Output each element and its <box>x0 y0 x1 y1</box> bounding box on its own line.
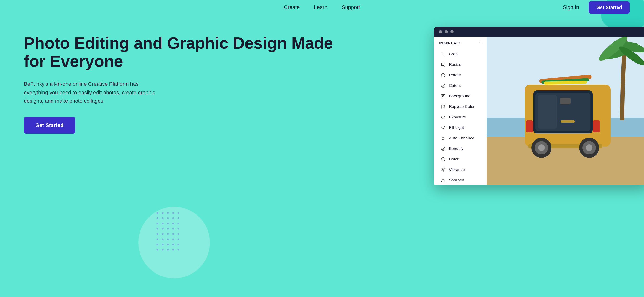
rotate-icon <box>441 73 446 78</box>
nav-links: Create Learn Support <box>284 4 360 11</box>
svg-marker-46 <box>442 137 445 140</box>
svg-point-76 <box>586 144 592 151</box>
crop-icon <box>441 52 446 57</box>
sidebar-item-label: Fill Light <box>449 125 464 130</box>
sidebar-section-title: ESSENTIALS <box>439 42 461 45</box>
sidebar-item-label: Color <box>449 157 459 162</box>
circle-decoration <box>138 207 210 278</box>
sidebar-item-cutout[interactable]: Cutout <box>434 81 486 91</box>
chevron-up-icon: ⌃ <box>479 41 482 46</box>
replace-color-icon <box>441 104 446 109</box>
sidebar-item-rotate[interactable]: Rotate <box>434 70 486 81</box>
sidebar-section-header: ESSENTIALS ⌃ <box>434 37 486 49</box>
sidebar-item-replace-color[interactable]: Replace Color <box>434 102 486 112</box>
sidebar-item-beautify[interactable]: Beautify <box>434 143 486 154</box>
sidebar-item-label: Background <box>449 94 470 99</box>
svg-rect-69 <box>593 120 600 132</box>
cutout-icon <box>441 83 446 88</box>
navigation: Create Learn Support Sign In Get Started <box>0 0 644 15</box>
editor-mockup: ESSENTIALS ⌃ CropResizeRotateCutoutBackg… <box>434 27 644 185</box>
editor-photo <box>486 37 644 185</box>
sidebar-item-label: Cutout <box>449 83 461 88</box>
sidebar-item-sharpen[interactable]: Sharpen <box>434 175 486 185</box>
sidebar-item-label: Auto Enhance <box>449 136 474 141</box>
sidebar-item-resize[interactable]: Resize <box>434 60 486 70</box>
sign-in-button[interactable]: Sign In <box>563 4 579 11</box>
auto-enhance-icon <box>441 136 446 141</box>
svg-point-48 <box>442 148 444 150</box>
window-dot-1 <box>439 30 442 34</box>
hero-get-started-button[interactable]: Get Started <box>24 117 75 134</box>
hero-description: BeFunky's all-in-one online Creative Pla… <box>24 80 162 105</box>
sidebar-item-auto-enhance[interactable]: Auto Enhance <box>434 133 486 143</box>
sidebar-item-crop[interactable]: Crop <box>434 49 486 60</box>
fill-light-icon <box>441 125 446 130</box>
sidebar-item-vibrance[interactable]: Vibrance <box>434 164 486 175</box>
sidebar-item-label: Vibrance <box>449 167 465 172</box>
editor-sidebar: ESSENTIALS ⌃ CropResizeRotateCutoutBackg… <box>434 37 486 185</box>
svg-marker-51 <box>442 179 445 182</box>
svg-point-73 <box>538 144 545 151</box>
svg-rect-66 <box>538 95 557 129</box>
svg-point-49 <box>443 149 444 149</box>
sidebar-item-exposure[interactable]: Exposure <box>434 112 486 122</box>
svg-point-45 <box>442 127 444 129</box>
nav-right: Sign In Get Started <box>563 2 630 14</box>
beautify-icon <box>441 146 446 151</box>
editor-titlebar <box>434 27 644 37</box>
sidebar-item-label: Sharpen <box>449 178 464 183</box>
exposure-icon <box>441 115 446 120</box>
editor-window: ESSENTIALS ⌃ CropResizeRotateCutoutBackg… <box>434 27 644 185</box>
sidebar-item-fill-light[interactable]: Fill Light <box>434 122 486 133</box>
sidebar-item-label: Replace Color <box>449 104 475 109</box>
svg-rect-77 <box>560 98 570 104</box>
svg-rect-67 <box>560 120 575 123</box>
window-dot-3 <box>450 30 454 34</box>
sidebar-item-background[interactable]: Background <box>434 91 486 102</box>
nav-support[interactable]: Support <box>342 4 360 11</box>
nav-create[interactable]: Create <box>284 4 300 11</box>
sidebar-item-label: Crop <box>449 52 458 57</box>
sidebar-item-label: Beautify <box>449 146 464 151</box>
color-icon <box>441 157 446 162</box>
hero-title: Photo Editing and Graphic Design Made fo… <box>24 34 354 70</box>
nav-get-started-button[interactable]: Get Started <box>589 2 630 14</box>
svg-point-42 <box>442 96 444 97</box>
sharpen-icon <box>441 178 446 183</box>
editor-body: ESSENTIALS ⌃ CropResizeRotateCutoutBackg… <box>434 37 644 185</box>
sidebar-item-color[interactable]: Color <box>434 154 486 164</box>
svg-point-47 <box>442 147 445 151</box>
hero-section: Photo Editing and Graphic Design Made fo… <box>0 15 644 293</box>
svg-rect-40 <box>442 63 444 66</box>
svg-rect-41 <box>442 95 445 98</box>
vibrance-icon <box>441 167 446 172</box>
sidebar-item-label: Rotate <box>449 73 461 78</box>
svg-rect-68 <box>526 120 533 132</box>
background-icon <box>441 94 446 99</box>
sidebar-tools-list: CropResizeRotateCutoutBackgroundReplace … <box>434 49 486 185</box>
window-dot-2 <box>444 30 448 34</box>
resize-icon <box>441 62 446 67</box>
sidebar-item-label: Resize <box>449 62 461 67</box>
nav-learn[interactable]: Learn <box>314 4 327 11</box>
editor-content <box>486 37 644 185</box>
sidebar-item-label: Exposure <box>449 115 466 120</box>
hero-left: Photo Editing and Graphic Design Made fo… <box>24 24 354 134</box>
